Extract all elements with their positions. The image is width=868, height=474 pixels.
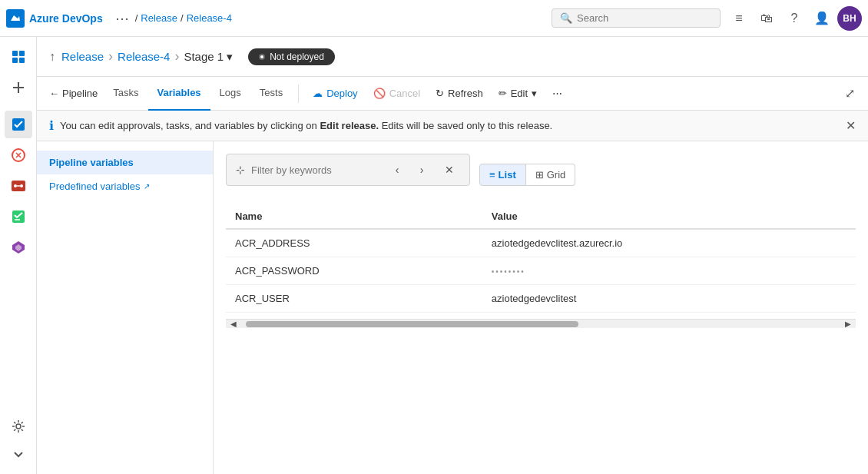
more-button[interactable]: ⋯ bbox=[545, 84, 570, 103]
breadcrumb-sep1: / bbox=[135, 12, 138, 24]
sidebar-add-icon[interactable] bbox=[5, 74, 32, 101]
col-name-header: Name bbox=[226, 204, 482, 229]
variables-sidebar: Pipeline variables Predefined variables … bbox=[37, 141, 214, 474]
sidebar-repos-icon[interactable] bbox=[5, 141, 32, 169]
breadcrumb-release-link[interactable]: Release bbox=[141, 12, 177, 24]
list-icon-button[interactable]: ≡ bbox=[727, 6, 751, 31]
sidebar-item-pipeline-variables[interactable]: Pipeline variables bbox=[37, 151, 213, 174]
breadcrumb-release4-link[interactable]: Release-4 bbox=[187, 12, 232, 24]
grid-view-button[interactable]: ⊞ Grid bbox=[526, 164, 576, 186]
filter-nav: ‹ › bbox=[386, 159, 432, 181]
release4-link[interactable]: Release-4 bbox=[118, 50, 170, 63]
search-box[interactable]: 🔍 bbox=[552, 8, 721, 28]
main-layout: ↑ Release › Release-4 › Stage 1 ▾ Not de… bbox=[0, 37, 868, 474]
search-icon: 🔍 bbox=[560, 12, 572, 24]
release-sep1: › bbox=[108, 48, 113, 65]
top-bar: Azure DevOps ⋯ / Release / Release-4 🔍 ≡… bbox=[0, 0, 868, 37]
edit-button[interactable]: ✏ Edit ▾ bbox=[491, 84, 545, 103]
filter-row: ⊹ ‹ › ✕ ≡ List ⊞ bbox=[226, 154, 856, 195]
sidebar-artifacts-icon[interactable] bbox=[5, 234, 32, 261]
svg-rect-4 bbox=[19, 58, 25, 63]
help-icon-button[interactable]: ? bbox=[782, 6, 807, 31]
sidebar-item-predefined-variables[interactable]: Predefined variables ↗ bbox=[37, 174, 213, 198]
svg-point-11 bbox=[20, 184, 23, 187]
sidebar-expand-icon[interactable] bbox=[5, 440, 32, 468]
search-input[interactable] bbox=[577, 12, 700, 24]
scrollbar-thumb[interactable] bbox=[246, 321, 578, 327]
filter-prev-button[interactable]: ‹ bbox=[386, 159, 408, 181]
deploy-button[interactable]: ☁ Deploy bbox=[305, 84, 365, 103]
info-text: You can edit approvals, tasks, and varia… bbox=[60, 120, 552, 131]
stage-dropdown[interactable]: Stage 1 ▾ bbox=[184, 50, 233, 64]
variables-table-area: ⊹ ‹ › ✕ ≡ List ⊞ bbox=[214, 141, 868, 474]
release-sep2: › bbox=[174, 48, 179, 65]
info-close-button[interactable]: ✕ bbox=[846, 118, 856, 133]
deploy-icon: ☁ bbox=[313, 88, 323, 99]
breadcrumb: / Release / Release-4 bbox=[135, 12, 232, 24]
sidebar-settings-icon[interactable] bbox=[5, 413, 32, 440]
horizontal-scrollbar[interactable]: ◀ ▶ bbox=[226, 319, 856, 328]
external-link-icon: ↗ bbox=[144, 182, 150, 191]
logo-text: Azure DevOps bbox=[29, 12, 103, 25]
scrollbar-track[interactable] bbox=[238, 321, 843, 327]
table-header-row: Name Value bbox=[226, 204, 856, 229]
stage-label: Stage 1 bbox=[184, 50, 224, 63]
app-menu-button[interactable]: ⋯ bbox=[115, 10, 129, 27]
status-text: Not deployed bbox=[270, 51, 324, 62]
filter-clear-button[interactable]: ✕ bbox=[439, 159, 460, 181]
filter-input[interactable] bbox=[251, 164, 380, 176]
top-bar-icons: ≡ 🛍 ? 👤 BH bbox=[727, 6, 862, 31]
logo: Azure DevOps bbox=[6, 9, 103, 28]
back-arrow-icon: ← bbox=[49, 88, 59, 99]
content-area: ↑ Release › Release-4 › Stage 1 ▾ Not de… bbox=[37, 37, 868, 474]
status-dot bbox=[259, 54, 265, 60]
variables-table: Name Value ACR_ADDRESS aziotedgedevclite… bbox=[226, 204, 856, 313]
status-badge: Not deployed bbox=[248, 48, 335, 65]
table-row: ACR_USER aziotedgedevclitest bbox=[226, 285, 856, 313]
tab-bar: ← Pipeline Tasks Variables Logs Tests ☁ … bbox=[37, 77, 868, 111]
sidebar-home-icon[interactable] bbox=[5, 43, 32, 71]
refresh-button[interactable]: ↻ Refresh bbox=[428, 84, 491, 103]
var-name-acr-password: ACR_PASSWORD bbox=[226, 257, 482, 285]
list-view-button[interactable]: ≡ List bbox=[479, 164, 526, 186]
tab-tasks[interactable]: Tasks bbox=[104, 77, 147, 111]
avatar[interactable]: BH bbox=[837, 6, 862, 31]
filter-bar: ⊹ ‹ › ✕ bbox=[226, 154, 470, 186]
tab-logs[interactable]: Logs bbox=[210, 77, 250, 111]
sidebar-bottom bbox=[5, 413, 32, 468]
shopping-bag-icon-button[interactable]: 🛍 bbox=[754, 6, 779, 31]
svg-point-17 bbox=[16, 424, 21, 429]
pipeline-tab-label: Pipeline bbox=[62, 88, 98, 99]
view-toggle: ≡ List ⊞ Grid bbox=[479, 164, 575, 186]
breadcrumb-sep2: / bbox=[181, 12, 184, 24]
sidebar-boards-icon[interactable] bbox=[5, 111, 32, 138]
azure-devops-logo bbox=[6, 9, 25, 28]
sidebar-testplans-icon[interactable] bbox=[5, 203, 32, 230]
tab-pipeline-back[interactable]: ← Pipeline bbox=[43, 88, 104, 99]
svg-rect-1 bbox=[12, 51, 18, 56]
scroll-left-arrow[interactable]: ◀ bbox=[229, 320, 238, 328]
sidebar-pipelines-icon[interactable] bbox=[5, 172, 32, 200]
scroll-right-arrow[interactable]: ▶ bbox=[843, 320, 853, 328]
user-settings-icon-button[interactable]: 👤 bbox=[810, 6, 834, 31]
var-name-acr-user: ACR_USER bbox=[226, 285, 482, 313]
release-header: ↑ Release › Release-4 › Stage 1 ▾ Not de… bbox=[37, 37, 868, 77]
table-row: ACR_PASSWORD •••••••• bbox=[226, 257, 856, 285]
info-bar: ℹ You can edit approvals, tasks, and var… bbox=[37, 111, 868, 141]
tab-tests[interactable]: Tests bbox=[250, 77, 292, 111]
password-mask: •••••••• bbox=[492, 267, 525, 276]
tab-divider bbox=[298, 85, 299, 103]
var-value-acr-address: aziotedgedevclitest.azurecr.io bbox=[482, 229, 856, 257]
var-value-acr-password: •••••••• bbox=[482, 257, 856, 285]
var-name-acr-address: ACR_ADDRESS bbox=[226, 229, 482, 257]
stage-dropdown-icon: ▾ bbox=[227, 50, 233, 64]
cancel-button[interactable]: 🚫 Cancel bbox=[366, 84, 428, 103]
tab-variables[interactable]: Variables bbox=[148, 77, 210, 111]
filter-next-button[interactable]: › bbox=[411, 159, 432, 181]
filter-icon: ⊹ bbox=[236, 164, 245, 176]
release-link[interactable]: Release bbox=[61, 50, 104, 63]
grid-view-icon: ⊞ bbox=[535, 169, 544, 181]
svg-rect-3 bbox=[12, 58, 18, 63]
expand-button[interactable]: ⤢ bbox=[837, 81, 862, 106]
svg-point-10 bbox=[14, 184, 17, 187]
